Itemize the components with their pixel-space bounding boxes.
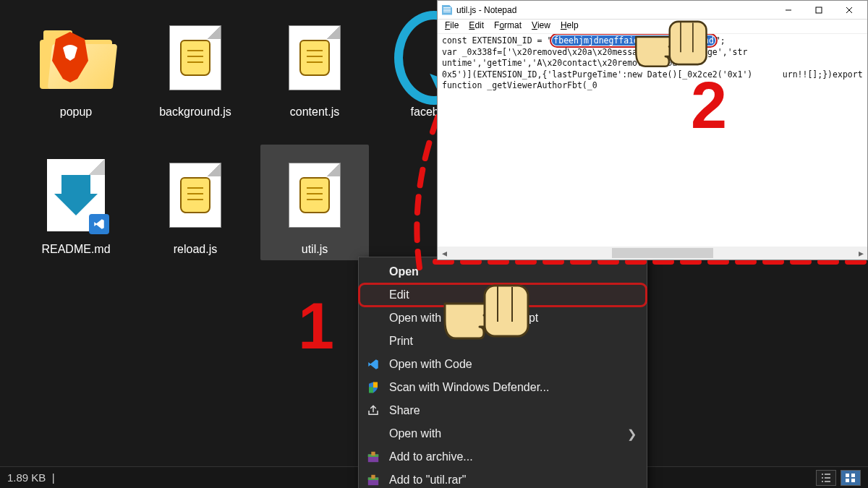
view-details-button[interactable]: [816, 470, 836, 486]
notepad-icon: [442, 5, 452, 15]
file-content-js[interactable]: content.js: [260, 7, 369, 123]
svg-rect-11: [846, 479, 849, 482]
horizontal-scrollbar[interactable]: ◂ ▸: [438, 247, 867, 260]
file-background-js[interactable]: background.js: [141, 7, 250, 123]
folder-popup[interactable]: popup: [22, 7, 130, 123]
file-label: content.js: [290, 106, 339, 119]
svg-rect-8: [371, 475, 375, 479]
menu-view[interactable]: View: [527, 20, 555, 33]
file-reload-js[interactable]: reload.js: [141, 145, 250, 260]
file-label: background.js: [159, 106, 231, 119]
shield-icon: [366, 380, 380, 395]
vscode-badge-icon: [89, 214, 109, 234]
folder-icon: [40, 27, 112, 89]
pointing-hand-icon: [633, 9, 712, 77]
file-readme-md[interactable]: README.md: [22, 145, 130, 260]
winrar-icon: [366, 450, 380, 464]
menu-open-with[interactable]: Open with ❯: [359, 422, 647, 445]
file-label: util.js: [302, 243, 328, 256]
svg-rect-12: [851, 479, 855, 482]
js-file-icon: [169, 163, 221, 228]
winrar-icon: [366, 473, 380, 487]
file-explorer-grid: popup background.js content.js facebook …: [22, 7, 499, 260]
pointing-hand-icon: [441, 271, 535, 351]
svg-rect-1: [369, 387, 373, 393]
share-icon: [366, 403, 380, 418]
menu-add-archive[interactable]: Add to archive...: [359, 445, 647, 468]
svg-rect-9: [846, 474, 849, 477]
annotation-number-2: 2: [691, 69, 727, 143]
file-label: popup: [60, 106, 93, 119]
js-file-icon: [169, 25, 221, 90]
file-label: reload.js: [174, 243, 217, 256]
scroll-thumb[interactable]: [612, 248, 713, 258]
scroll-left-icon[interactable]: ◂: [438, 247, 451, 259]
svg-rect-15: [485, 286, 528, 336]
menu-format[interactable]: Format: [490, 20, 526, 33]
status-size: 1.89 KB |: [7, 471, 55, 484]
menu-help[interactable]: Help: [556, 20, 583, 33]
svg-rect-5: [371, 452, 375, 455]
scroll-right-icon[interactable]: ▸: [854, 247, 867, 259]
svg-rect-14: [816, 7, 822, 13]
menu-file[interactable]: File: [441, 20, 463, 33]
markdown-file-icon: [47, 159, 105, 231]
view-icons-button[interactable]: [841, 470, 861, 486]
menu-open-code[interactable]: Open with Code: [359, 353, 647, 376]
brave-lion-icon: [48, 32, 92, 82]
file-label: README.md: [41, 243, 110, 256]
js-file-icon: [289, 163, 341, 228]
file-util-js[interactable]: util.js: [260, 145, 369, 260]
vscode-icon: [366, 357, 380, 372]
chevron-right-icon: ❯: [627, 427, 637, 441]
maximize-button[interactable]: [804, 2, 834, 18]
annotation-number-1: 1: [298, 289, 334, 364]
notepad-title: util.js - Notepad: [456, 5, 516, 15]
svg-rect-16: [670, 22, 707, 64]
menu-edit[interactable]: Edit: [464, 20, 488, 33]
svg-rect-10: [851, 474, 855, 477]
menu-share[interactable]: Share: [359, 399, 647, 422]
js-file-icon: [289, 25, 341, 90]
menu-defender[interactable]: Scan with Windows Defender...: [359, 376, 647, 399]
close-button[interactable]: [834, 2, 864, 18]
svg-rect-0: [373, 382, 378, 388]
menu-add-rar[interactable]: Add to "util.rar": [359, 468, 647, 488]
minimize-button[interactable]: [773, 2, 804, 18]
